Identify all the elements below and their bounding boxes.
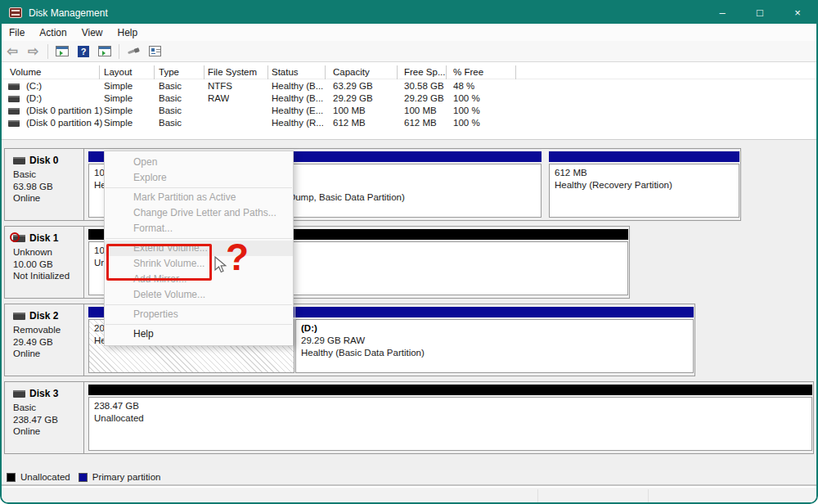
col-capacity[interactable]: Capacity	[333, 67, 370, 77]
volume-pct-free: 100 %	[453, 93, 480, 103]
volume-layout: Simple	[104, 118, 133, 128]
partition-bar	[549, 151, 739, 162]
disk-name: Disk 1	[29, 232, 58, 244]
disk-type: Removable	[13, 324, 79, 336]
unallocated-swatch	[7, 473, 16, 482]
partition-disk3-unallocated[interactable]: 238.47 GB Unallocated	[88, 385, 812, 452]
volume-capacity: 100 MB	[333, 106, 366, 115]
legend-primary-label: Primary partition	[92, 472, 161, 482]
properties-button[interactable]	[145, 43, 164, 61]
toolbar: ⇦ ⇨ ?	[2, 41, 816, 62]
volume-icon	[8, 120, 20, 127]
disk-2-label[interactable]: Disk 2 Removable 29.49 GB Online	[5, 304, 84, 376]
disk-row-3: Disk 3 Basic 238.47 GB Online 238.47 GB …	[4, 381, 814, 454]
disk-type: Unknown	[13, 246, 79, 259]
disk-3-label[interactable]: Disk 3 Basic 238.47 GB Online	[5, 382, 84, 453]
disk-size: 29.49 GB	[13, 336, 79, 349]
close-button[interactable]: ×	[779, 2, 816, 24]
disk-1-label[interactable]: Disk 1 Unknown 10.00 GB Not Initialized	[5, 227, 84, 298]
context-menu-item-delete-volume[interactable]: Delete Volume...	[105, 287, 293, 303]
context-menu-separator	[106, 187, 292, 188]
volume-fs: NTFS	[208, 81, 232, 91]
disk-status: Not Initialized	[13, 270, 79, 282]
volume-status: Healthy (B...	[272, 93, 323, 103]
disk-name: Disk 3	[29, 388, 58, 399]
menu-help[interactable]: Help	[110, 25, 146, 40]
volume-row-partition1[interactable]: (Disk 0 partition 1) Simple Basic Health…	[2, 105, 816, 117]
col-pct-free[interactable]: % Free	[453, 67, 483, 77]
menu-view[interactable]: View	[74, 25, 110, 40]
status-bar	[2, 488, 816, 504]
context-menu-item-properties[interactable]: Properties	[105, 307, 293, 322]
disk-type: Basic	[13, 402, 79, 414]
titlebar: Disk Management – □ ×	[2, 2, 816, 24]
col-filesystem[interactable]: File System	[208, 67, 257, 77]
volume-row-c[interactable]: (C:) Simple Basic NTFS Healthy (B... 63.…	[2, 80, 816, 92]
menu-action[interactable]: Action	[32, 25, 74, 40]
partition-disk0-recovery[interactable]: 612 MB Healthy (Recovery Partition)	[549, 151, 739, 219]
volume-type: Basic	[159, 106, 182, 115]
context-menu-separator	[106, 324, 292, 325]
col-type[interactable]: Type	[159, 67, 179, 77]
disk-row-1: Disk 1 Unknown 10.00 GB Not Initialized …	[4, 226, 630, 299]
volume-type: Basic	[159, 118, 182, 128]
volume-pct-free: 100 %	[453, 106, 480, 115]
disk-size: 63.98 GB	[13, 181, 79, 193]
volume-name: (C:)	[26, 81, 42, 91]
volume-layout: Simple	[104, 81, 133, 91]
context-menu-separator	[106, 238, 292, 239]
context-menu-item-explore[interactable]: Explore	[105, 170, 293, 186]
volume-icon	[8, 83, 20, 90]
volume-capacity: 29.29 GB	[333, 93, 373, 103]
volume-pct-free: 100 %	[453, 118, 480, 128]
app-icon	[9, 7, 22, 18]
partition-bar	[88, 385, 812, 395]
help-button[interactable]: ?	[74, 43, 93, 61]
context-menu-item-format[interactable]: Format...	[105, 221, 293, 236]
disk-name: Disk 2	[29, 310, 58, 322]
col-layout[interactable]: Layout	[104, 67, 133, 77]
volume-type: Basic	[159, 93, 182, 103]
forward-icon: ⇨	[28, 43, 38, 59]
screwdriver-icon	[127, 46, 140, 57]
disk-type: Basic	[13, 169, 79, 181]
legend-unallocated-label: Unallocated	[20, 472, 70, 482]
disk-status: Online	[13, 348, 79, 360]
volume-row-partition4[interactable]: (Disk 0 partition 4) Simple Basic Health…	[2, 117, 816, 129]
disk-management-window: Disk Management – □ × File Action View H…	[0, 0, 818, 504]
context-menu-item-mark-active[interactable]: Mark Partition as Active	[105, 190, 293, 205]
mouse-cursor	[214, 256, 227, 274]
unknown-disk-icon	[13, 235, 25, 242]
disk-size: 238.47 GB	[13, 414, 79, 426]
partition-disk2-d[interactable]: (D:) 29.29 GB RAW Healthy (Basic Data Pa…	[295, 307, 694, 375]
volume-name: (Disk 0 partition 4)	[26, 118, 102, 128]
menu-file[interactable]: File	[2, 25, 32, 40]
forward-button[interactable]: ⇨	[24, 43, 43, 61]
show-hide-button[interactable]	[95, 43, 115, 61]
col-free-space[interactable]: Free Sp...	[404, 67, 446, 77]
context-menu-item-open[interactable]: Open	[105, 155, 293, 170]
col-status[interactable]: Status	[272, 67, 299, 77]
refresh-button[interactable]	[124, 43, 143, 61]
volume-icon	[8, 108, 20, 115]
console-tree-button[interactable]	[52, 43, 72, 61]
col-volume[interactable]: Volume	[10, 67, 41, 77]
back-button[interactable]: ⇦	[2, 43, 22, 61]
volume-row-d[interactable]: (D:) Simple Basic RAW Healthy (B... 29.2…	[2, 92, 816, 105]
menubar: File Action View Help	[2, 24, 816, 41]
show-hide-icon	[98, 46, 111, 56]
minimize-button[interactable]: –	[703, 2, 741, 24]
volume-type: Basic	[159, 81, 182, 91]
volume-status: Healthy (B...	[272, 81, 323, 91]
volume-status: Healthy (E...	[272, 106, 323, 115]
volume-free: 30.58 GB	[404, 81, 444, 91]
volume-table: Volume Layout Type File System Status Ca…	[2, 62, 816, 139]
toolbar-separator	[119, 44, 119, 59]
disk-0-label[interactable]: Disk 0 Basic 63.98 GB Online	[5, 149, 84, 220]
legend: Unallocated Primary partition	[2, 470, 816, 486]
context-menu-item-change-letter[interactable]: Change Drive Letter and Paths...	[105, 205, 293, 221]
context-menu-item-help[interactable]: Help	[105, 326, 293, 342]
maximize-button[interactable]: □	[741, 2, 779, 24]
back-icon: ⇦	[7, 43, 17, 59]
disk-status: Online	[13, 425, 79, 438]
